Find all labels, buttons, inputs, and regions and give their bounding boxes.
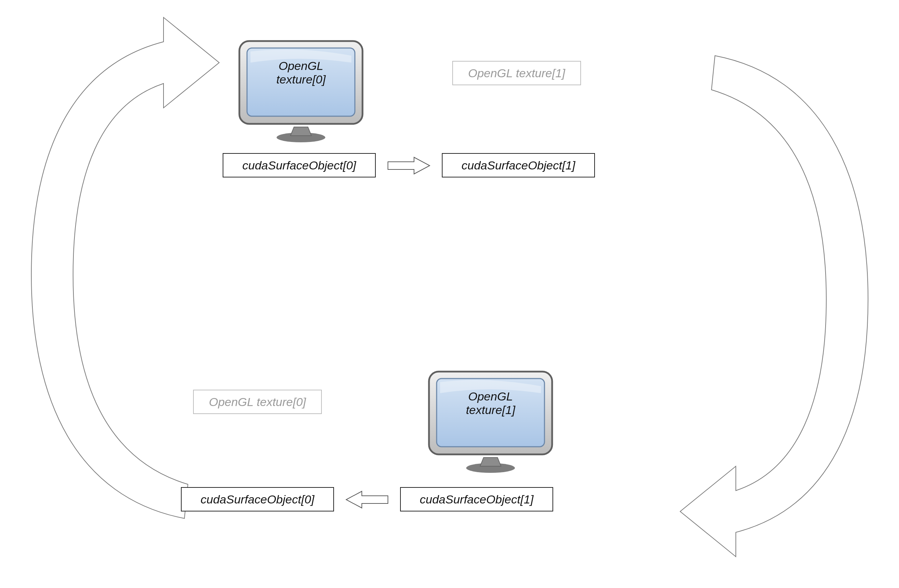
bottom-cuda-surface-1-box: cudaSurfaceObject[1] [400, 487, 553, 511]
monitor-top-label-line2: texture[0] [276, 73, 326, 86]
monitor-bottom [426, 369, 555, 473]
monitor-bottom-label-line2: texture[1] [466, 403, 515, 417]
monitor-bottom-label-line1: OpenGL [468, 390, 513, 403]
bottom-opengl-texture-0-box: OpenGL texture[0] [193, 390, 322, 414]
bottom-small-arrow-left [344, 490, 390, 509]
top-cuda-surface-1-text: cudaSurfaceObject[1] [462, 159, 575, 172]
top-cuda-surface-0-box: cudaSurfaceObject[0] [222, 153, 376, 177]
left-cycle-arrow [24, 11, 219, 529]
top-opengl-texture-1-box: OpenGL texture[1] [452, 61, 581, 85]
bottom-cuda-surface-0-text: cudaSurfaceObject[0] [201, 493, 315, 506]
monitor-top-label: OpenGL texture[0] [254, 59, 348, 86]
top-opengl-texture-1-text: OpenGL texture[1] [468, 66, 565, 80]
bottom-cuda-surface-0-box: cudaSurfaceObject[0] [181, 487, 334, 511]
right-cycle-arrow [682, 42, 877, 567]
bottom-opengl-texture-0-text: OpenGL texture[0] [209, 395, 306, 409]
top-small-arrow-right [386, 156, 431, 175]
monitor-top [236, 38, 365, 143]
top-cuda-surface-1-box: cudaSurfaceObject[1] [442, 153, 595, 177]
bottom-cuda-surface-1-text: cudaSurfaceObject[1] [420, 493, 534, 506]
top-cuda-surface-0-text: cudaSurfaceObject[0] [243, 159, 356, 172]
monitor-top-label-line1: OpenGL [279, 59, 324, 73]
diagram: OpenGL texture[0] OpenGL texture[1] cuda… [0, 0, 899, 588]
monitor-bottom-label: OpenGL texture[1] [443, 390, 538, 417]
